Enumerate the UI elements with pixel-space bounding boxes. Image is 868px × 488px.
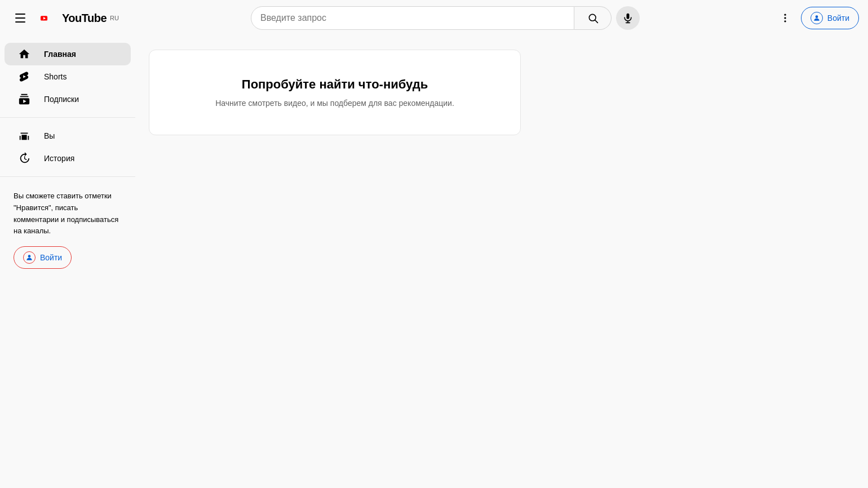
sidebar-item-history[interactable]: История — [5, 147, 131, 170]
sidebar-item-subscriptions-label: Подписки — [44, 95, 79, 104]
search-icon — [587, 12, 599, 24]
header-right: Войти — [746, 7, 859, 29]
sidebar-item-history-label: История — [44, 154, 74, 163]
sidebar-divider-1 — [0, 117, 135, 118]
header-center — [149, 6, 742, 30]
sidebar: Главная Shorts Подписки Вы — [0, 36, 135, 488]
home-icon — [18, 48, 30, 60]
more-options-button[interactable] — [774, 7, 796, 29]
sidebar-item-you-label: Вы — [44, 131, 55, 140]
empty-state-card: Попробуйте найти что-нибудь Начните смот… — [149, 50, 521, 135]
sidebar-divider-2 — [0, 176, 135, 177]
shorts-icon — [18, 70, 30, 83]
search-button[interactable] — [574, 6, 612, 30]
person-icon-sidebar — [23, 251, 36, 264]
empty-state-title: Попробуйте найти что-нибудь — [167, 77, 502, 92]
svg-rect-4 — [627, 14, 630, 19]
sidebar-sign-in-label: Войти — [40, 253, 62, 262]
hamburger-icon — [15, 14, 25, 23]
sign-in-label-header: Войти — [827, 14, 849, 23]
mic-icon — [622, 12, 634, 24]
sidebar-sign-in-button[interactable]: Войти — [14, 246, 72, 269]
subscriptions-icon — [18, 93, 30, 105]
svg-point-9 — [784, 20, 786, 22]
you-icon — [18, 130, 30, 142]
header-left: YouTube RU — [9, 7, 144, 29]
search-input[interactable] — [260, 13, 565, 23]
layout: Главная Shorts Подписки Вы — [0, 36, 868, 488]
search-form — [251, 6, 612, 30]
empty-state-subtitle: Начните смотреть видео, и мы подберем дл… — [167, 99, 502, 108]
sidebar-promo-text: Вы сможете ставить отметки "Нравится", п… — [14, 190, 122, 237]
logo-country: RU — [110, 15, 119, 21]
svg-point-8 — [784, 17, 786, 19]
sidebar-item-shorts[interactable]: Shorts — [5, 65, 131, 88]
sidebar-item-home-label: Главная — [44, 50, 76, 59]
history-icon — [18, 152, 30, 165]
sidebar-promo: Вы сможете ставить отметки "Нравится", п… — [0, 184, 135, 276]
sign-in-button-header[interactable]: Войти — [801, 7, 859, 29]
hamburger-button[interactable] — [9, 7, 32, 29]
sidebar-item-subscriptions[interactable]: Подписки — [5, 88, 131, 110]
search-input-wrapper — [251, 6, 574, 30]
person-svg-header — [813, 14, 821, 22]
logo-text: YouTube — [62, 12, 107, 25]
sidebar-item-home[interactable]: Главная — [5, 43, 131, 65]
svg-point-7 — [784, 14, 786, 16]
svg-point-11 — [28, 255, 31, 258]
person-svg-sidebar — [25, 254, 33, 261]
sidebar-item-you[interactable]: Вы — [5, 125, 131, 147]
main-content: Попробуйте найти что-нибудь Начните смот… — [135, 36, 868, 488]
header: YouTube RU — [0, 0, 868, 36]
svg-line-3 — [595, 20, 597, 23]
logo-container[interactable]: YouTube RU — [41, 11, 119, 25]
youtube-logo-icon — [41, 11, 60, 25]
sidebar-item-shorts-label: Shorts — [44, 72, 67, 81]
more-vertical-icon — [780, 12, 791, 24]
svg-point-10 — [815, 15, 818, 18]
person-icon-header — [811, 12, 823, 24]
mic-button[interactable] — [616, 6, 640, 30]
